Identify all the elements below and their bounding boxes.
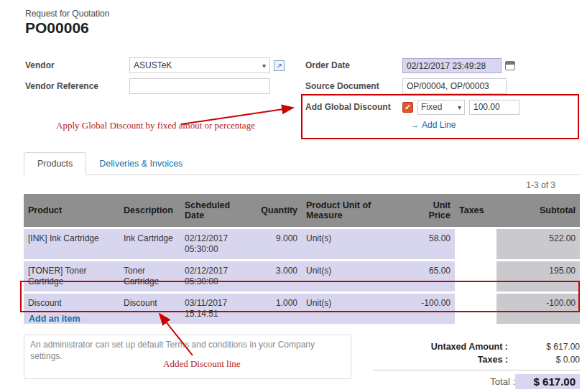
table-row-discount[interactable]: Discount Discount 03/11/2017 15:14:51 1.… <box>24 293 580 325</box>
total-value: $ 617.00 <box>515 374 580 389</box>
totals-panel: Untaxed Amount : $ 617.00 Taxes : $ 0.00… <box>374 340 580 392</box>
col-header-unit-price: Unit Price <box>406 194 455 228</box>
chevron-down-icon: ▾ <box>458 103 461 111</box>
untaxed-amount-label: Untaxed Amount : <box>431 342 508 352</box>
col-header-taxes: Taxes <box>455 194 496 228</box>
tab-products[interactable]: Products <box>24 152 86 175</box>
vendor-label: Vendor <box>25 60 129 70</box>
discount-type-value: Fixed <box>421 102 442 112</box>
total-label: Total : <box>490 376 515 387</box>
vendor-reference-row: Vendor Reference <box>25 78 298 94</box>
taxes-label: Taxes : <box>478 355 508 365</box>
cell-subtotal: -100.00 <box>496 293 580 325</box>
table-row[interactable]: [TONER] Toner Cartridge Toner Cartridge … <box>24 261 580 293</box>
external-link-icon[interactable]: ↗ <box>274 60 285 71</box>
cell-uom: Unit(s) <box>302 293 406 325</box>
cell-product: [INK] Ink Cartridge <box>24 228 119 261</box>
cell-unit-price: 65.00 <box>406 261 455 293</box>
cell-taxes <box>455 293 496 325</box>
source-document-label: Source Document <box>305 81 402 91</box>
taxes-row: Taxes : $ 0.00 <box>374 353 580 366</box>
cell-subtotal: 195.00 <box>496 261 580 293</box>
purchase-order-page: Request for Quotation PO00006 Vendor ASU… <box>0 0 582 392</box>
cell-product: [TONER] Toner Cartridge <box>24 261 119 293</box>
discount-type-select[interactable]: Fixed ▾ <box>417 100 465 115</box>
cell-uom: Unit(s) <box>302 261 406 293</box>
cell-taxes <box>455 228 496 261</box>
chevron-down-icon: ▾ <box>262 62 266 70</box>
global-discount-row: Add Global Discount ✓ Fixed ▾ <box>305 99 580 115</box>
order-date-label: Order Date <box>305 60 402 70</box>
col-header-product: Product <box>24 194 119 228</box>
global-discount-checkbox[interactable]: ✓ <box>402 102 413 113</box>
untaxed-amount-row: Untaxed Amount : $ 617.00 <box>374 340 580 353</box>
cell-quantity: 9.000 <box>255 228 302 261</box>
col-header-subtotal: Subtotal <box>496 194 580 228</box>
cell-description: Ink Cartridge <box>119 228 180 261</box>
annotation-text-added-line: Added Discount line <box>163 358 241 370</box>
cell-scheduled-date: 03/11/2017 15:14:51 <box>180 293 255 325</box>
add-an-item-link[interactable]: Add an item <box>29 314 80 324</box>
cell-scheduled-date: 02/12/2017 05:30:00 <box>180 228 255 261</box>
form-left-column: Vendor ASUSTeK ▾ ↗ Vendor Reference <box>25 57 298 99</box>
cell-unit-price: -100.00 <box>406 293 455 325</box>
page-title: PO00006 <box>25 19 89 37</box>
add-line-link[interactable]: →Add Line <box>410 120 580 130</box>
breadcrumb[interactable]: Request for Quotation <box>25 9 109 19</box>
calendar-icon[interactable] <box>505 61 515 70</box>
source-document-row: Source Document <box>305 78 580 94</box>
cell-quantity: 3.000 <box>255 261 302 293</box>
table-row[interactable]: [INK] Ink Cartridge Ink Cartridge 02/12/… <box>24 228 580 261</box>
untaxed-amount-value: $ 617.00 <box>508 342 580 352</box>
vendor-reference-label: Vendor Reference <box>25 81 129 91</box>
discount-amount-input[interactable] <box>469 100 519 115</box>
table-header-row: Product Description Scheduled Date Quant… <box>24 194 580 228</box>
vendor-select[interactable]: ASUSTeK ▾ <box>129 57 270 73</box>
annotation-text-discount: Apply Global Discount by fixed amout or … <box>56 120 255 131</box>
vendor-value: ASUSTeK <box>134 60 172 70</box>
notebook-tabs: Products Deliveries & Invoices <box>24 151 580 175</box>
tab-deliveries-invoices[interactable]: Deliveries & Invoices <box>86 153 195 174</box>
add-line-label: Add Line <box>422 120 456 130</box>
col-header-scheduled-date: Scheduled Date <box>180 194 255 228</box>
pager: 1-3 of 3 <box>526 180 555 190</box>
order-date-row: Order Date 02/12/2017 23:49:28 <box>305 57 580 73</box>
source-document-input[interactable] <box>402 78 507 94</box>
cell-subtotal: 522.00 <box>496 228 580 261</box>
cell-unit-price: 58.00 <box>406 228 455 261</box>
global-discount-label: Add Global Discount <box>305 102 402 112</box>
order-date-input[interactable]: 02/12/2017 23:49:28 <box>402 58 502 73</box>
order-lines-table: Product Description Scheduled Date Quant… <box>24 194 580 326</box>
terms-and-conditions-field[interactable]: An administrator can set up default Term… <box>24 335 351 379</box>
vendor-row: Vendor ASUSTeK ▾ ↗ <box>25 57 298 73</box>
col-header-quantity: Quantity <box>255 194 302 228</box>
col-header-description: Description <box>119 194 180 228</box>
cell-quantity: 1.000 <box>255 293 302 325</box>
cell-uom: Unit(s) <box>302 228 406 261</box>
cell-description: Discount <box>119 293 180 325</box>
form-right-column: Order Date 02/12/2017 23:49:28 Source Do… <box>305 57 580 130</box>
cell-description: Toner Cartridge <box>119 261 180 293</box>
col-header-uom: Product Unit of Measure <box>302 194 406 228</box>
cell-scheduled-date: 02/12/2017 05:30:00 <box>180 261 255 293</box>
vendor-reference-input[interactable] <box>129 78 270 94</box>
add-line-arrow-icon: → <box>410 120 419 130</box>
cell-taxes <box>455 261 496 293</box>
total-row: Total : $ 617.00 <box>374 370 580 392</box>
taxes-value: $ 0.00 <box>508 355 580 365</box>
